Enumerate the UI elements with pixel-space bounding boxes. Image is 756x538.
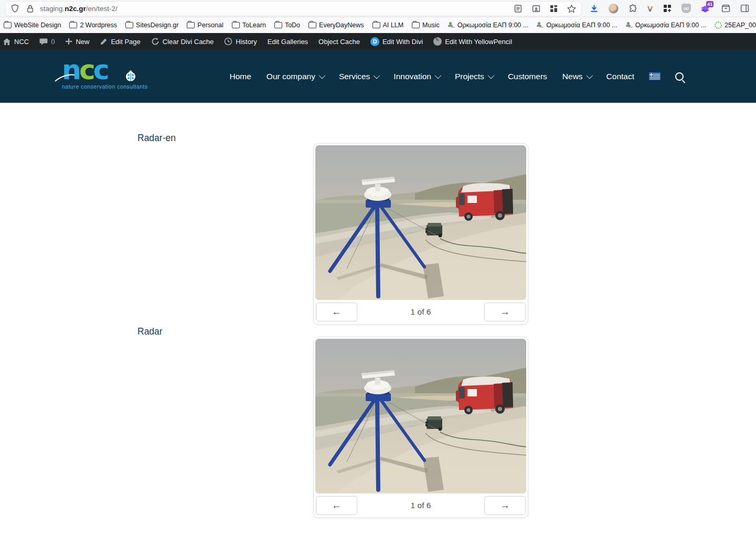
page-content: Radar-en ← 1 of 6 → Radar ← 1 of 6 →	[0, 103, 756, 538]
folder-icon	[412, 22, 420, 28]
extensions-puzzle-icon[interactable]	[629, 4, 637, 13]
downloads-icon[interactable]	[590, 4, 599, 13]
smiley-favicon	[715, 21, 722, 29]
bookmark-orkomosia-1[interactable]: Ορκωμοσία ΕΑΠ 9:00 ...	[445, 20, 531, 30]
nav-projects[interactable]: Projects	[455, 72, 493, 81]
next-slide-button[interactable]: →	[484, 496, 526, 515]
archive-box-icon[interactable]	[721, 4, 730, 13]
folder-icon	[232, 22, 240, 28]
folder-icon	[308, 22, 316, 28]
greek-flag-icon[interactable]	[649, 73, 660, 80]
lock-icon[interactable]	[26, 4, 35, 13]
ncc-logo[interactable]: ncc nature conservation consultants	[62, 56, 141, 90]
slider-controls: ← 1 of 6 →	[315, 300, 526, 322]
divi-icon: D	[370, 37, 379, 46]
browser-toolbar: staging.n2c.gr/en/test-2/ V	[0, 0, 756, 17]
bookmark-orkomosia-2[interactable]: Ορκωμοσία ΕΑΠ 9:00 ...	[534, 20, 620, 30]
nav-customers[interactable]: Customers	[508, 72, 547, 81]
folder-icon	[187, 22, 195, 28]
wp-edit-page[interactable]: Edit Page	[95, 33, 145, 50]
next-slide-button[interactable]: →	[484, 303, 526, 321]
bookmark-folder-ai-llm[interactable]: AI LLM	[369, 20, 407, 30]
bookmark-star-icon[interactable]	[567, 4, 576, 13]
wp-comments[interactable]: 0	[35, 33, 59, 50]
bookmark-folder-personal[interactable]: Personal	[184, 20, 226, 30]
nav-news[interactable]: News	[562, 72, 591, 81]
prev-slide-button[interactable]: ←	[316, 496, 357, 515]
nav-home[interactable]: Home	[230, 72, 251, 81]
wp-object-cache[interactable]: Object Cache	[314, 33, 365, 50]
wp-new-menu[interactable]: New	[60, 33, 94, 50]
ladybug-icon	[124, 70, 137, 83]
plus-icon	[65, 38, 72, 45]
slider-controls: ← 1 of 6 →	[315, 493, 526, 516]
save-page-icon[interactable]	[531, 4, 540, 13]
site-header: ncc nature conservation consultants Home…	[0, 50, 756, 103]
bookmark-folder-2-wordpress[interactable]: 2 Wordpress	[66, 20, 120, 30]
logo-swirl-icon	[55, 70, 76, 85]
url-bar[interactable]: staging.n2c.gr/en/test-2/	[5, 2, 581, 16]
reader-mode-icon[interactable]	[514, 4, 523, 13]
wp-clear-divi-cache[interactable]: Clear Divi Cache	[146, 33, 219, 50]
comment-bubble-icon	[39, 38, 48, 46]
wp-site-menu[interactable]: NCC	[0, 33, 34, 50]
slide-photo-radar-tripod-van	[315, 339, 526, 493]
slide-counter: 1 of 6	[411, 501, 431, 510]
v-extension-icon[interactable]: V	[647, 4, 653, 13]
yellowpencil-icon	[433, 37, 442, 46]
bookmark-orkomosia-3[interactable]: Ορκωμοσία ΕΑΠ 9:00 ...	[623, 20, 709, 30]
wp-admin-bar: NCC 0 New Edit Page Clear Divi Cache His…	[0, 33, 756, 50]
folder-icon	[274, 22, 282, 28]
chevron-down-icon	[487, 72, 494, 79]
url-text[interactable]: staging.n2c.gr/en/test-2/	[40, 5, 118, 13]
tracking-shield-icon[interactable]	[10, 4, 19, 13]
folder-icon	[372, 22, 380, 28]
search-icon[interactable]	[675, 72, 684, 81]
refresh-icon	[151, 37, 159, 46]
main-nav: Home Our company Services Innovation Pro…	[230, 50, 684, 103]
bookmark-folder-todo[interactable]: ToDo	[271, 20, 303, 30]
bookmark-folder-tolearn[interactable]: ToLearn	[229, 20, 269, 30]
bookmarks-bar: T WebSite Design 2 Wordpress SitesDesign…	[0, 17, 756, 33]
prev-slide-button[interactable]: ←	[316, 303, 357, 321]
pencil-icon	[100, 38, 108, 46]
home-icon	[3, 38, 11, 46]
nav-our-company[interactable]: Our company	[267, 72, 324, 81]
gallery-slider-radar: ← 1 of 6 →	[313, 337, 528, 518]
meeting-favicon	[448, 22, 455, 29]
clock-icon	[224, 37, 232, 46]
nav-services[interactable]: Services	[339, 72, 378, 81]
gallery-slider-radar-en: ← 1 of 6 →	[313, 143, 528, 325]
nav-innovation[interactable]: Innovation	[393, 72, 440, 81]
grid-add-extension-icon[interactable]	[663, 4, 672, 13]
section-heading-radar-en: Radar-en	[137, 133, 176, 144]
ublock-shield-icon[interactable]: UO	[682, 4, 691, 13]
slide-photo-radar-tripod-van	[315, 145, 526, 300]
chevron-down-icon	[318, 72, 325, 79]
wp-history[interactable]: History	[219, 33, 261, 50]
chevron-down-icon	[434, 72, 441, 79]
bookmark-25eap[interactable]: 25EAP_00215 - 9:00 - ...	[711, 20, 756, 30]
folder-icon	[4, 22, 12, 28]
container-tabs-icon[interactable]	[549, 4, 558, 13]
meeting-favicon	[626, 22, 633, 29]
nav-contact[interactable]: Contact	[606, 72, 634, 81]
bookmark-folder-website-design[interactable]: WebSite Design	[1, 20, 64, 30]
folder-icon	[125, 22, 133, 28]
wp-edit-galleries[interactable]: Edit Galleries	[263, 33, 313, 50]
folder-icon	[69, 22, 77, 28]
bookmark-folder-sitesdesign[interactable]: SitesDesign.gr	[122, 20, 182, 30]
section-heading-radar: Radar	[137, 326, 163, 337]
chevron-down-icon	[586, 72, 593, 79]
chevron-down-icon	[374, 72, 380, 79]
profile-avatar[interactable]	[609, 4, 619, 14]
bookmark-folder-everydaynews[interactable]: EveryDayNews	[305, 20, 367, 30]
bookmark-folder-music[interactable]: Music	[409, 20, 443, 30]
sidebar-toggle-icon[interactable]	[740, 4, 749, 13]
slide-counter: 1 of 6	[411, 307, 431, 317]
wp-edit-with-divi[interactable]: D Edit With Divi	[366, 33, 428, 50]
stacked-tabs-extension-icon[interactable]: 41	[701, 4, 711, 13]
wp-edit-with-yellowpencil[interactable]: Edit With YellowPencil	[429, 33, 517, 50]
extension-badge: 41	[706, 1, 714, 7]
meeting-favicon	[537, 22, 544, 29]
